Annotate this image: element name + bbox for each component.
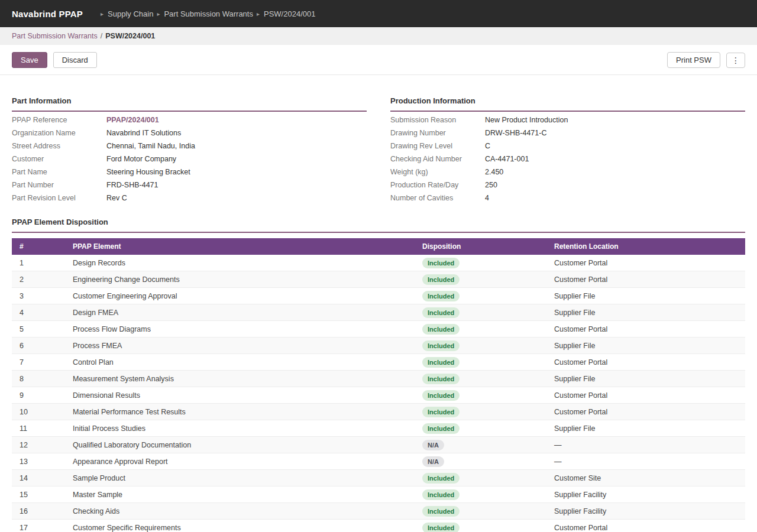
table-row[interactable]: 8 Measurement System Analysis Included S… (12, 371, 745, 387)
table-row[interactable]: 16 Checking Aids Included Supplier Facil… (12, 503, 745, 520)
field-value: New Product Introduction (485, 116, 568, 124)
production-information-section: Production Information Submission Reason… (390, 96, 745, 205)
row-number: 3 (12, 292, 65, 300)
field-label: Organization Name (12, 129, 106, 137)
field-label: Drawing Number (390, 129, 485, 137)
field-value: Ford Motor Company (106, 155, 176, 163)
ppap-element-name: Dimensional Results (65, 391, 415, 400)
breadcrumb-item[interactable]: ▸ PSW/2024/001 (257, 9, 315, 18)
table-row[interactable]: 1 Design Records Included Customer Porta… (12, 255, 745, 271)
breadcrumb-item[interactable]: ▸ Part Submission Warrants (157, 9, 253, 18)
ppap-element-name: Initial Process Studies (65, 424, 415, 433)
table-row[interactable]: 15 Master Sample Included Supplier Facil… (12, 486, 745, 503)
table-row[interactable]: 6 Process FMEA Included Supplier File (12, 338, 745, 354)
field-value: DRW-SHB-4471-C (485, 129, 546, 137)
save-button[interactable]: Save (12, 52, 47, 68)
disposition-cell: Included (415, 324, 546, 335)
field-row: Submission Reason New Product Introducti… (390, 113, 745, 126)
disposition-cell: Included (415, 407, 546, 417)
ppap-element-name: Material Performance Test Results (65, 408, 415, 416)
table-body: 1 Design Records Included Customer Porta… (12, 255, 745, 532)
field-row: Production Rate/Day 250 (390, 179, 745, 192)
field-label: Checking Aid Number (390, 155, 485, 163)
part-information-section: Part Information PPAP Reference PPAP/202… (12, 96, 367, 205)
ppap-element-name: Customer Engineering Approval (65, 292, 415, 300)
field-row: Organization Name Navabrind IT Solutions (12, 126, 367, 140)
disposition-badge: Included (422, 357, 460, 368)
retention-location: Supplier File (546, 309, 745, 317)
field-value: C (485, 142, 490, 150)
table-row[interactable]: 10 Material Performance Test Results Inc… (12, 404, 745, 420)
disposition-badge: Included (422, 489, 460, 500)
column-header-location: Retention Location (546, 242, 745, 251)
disposition-cell: Included (415, 473, 546, 484)
row-number: 13 (12, 458, 65, 466)
disposition-badge: Included (422, 258, 460, 268)
field-value: FRD-SHB-4471 (106, 181, 158, 189)
field-row: Drawing Rev Level C (390, 140, 745, 153)
ppap-element-name: Engineering Change Documents (65, 275, 415, 284)
disposition-badge: Included (422, 291, 460, 301)
column-header-element: PPAP Element (65, 242, 415, 251)
discard-button[interactable]: Discard (53, 52, 97, 68)
field-row: Part Name Steering Housing Bracket (12, 166, 367, 179)
breadcrumb-parent-link[interactable]: Part Submission Warrants (12, 32, 98, 40)
disposition-badge: Included (422, 506, 460, 517)
retention-location: Supplier File (546, 424, 745, 433)
field-row: Weight (kg) 2.450 (390, 166, 745, 179)
record-breadcrumb-bar: Part Submission Warrants / PSW/2024/001 (0, 27, 757, 45)
table-row[interactable]: 14 Sample Product Included Customer Site (12, 470, 745, 486)
more-options-kebab-icon[interactable]: ⋮ (726, 53, 745, 68)
field-value: CA-4471-001 (485, 155, 529, 163)
table-row[interactable]: 12 Qualified Laboratory Documentation N/… (12, 437, 745, 453)
table-row[interactable]: 4 Design FMEA Included Supplier File (12, 304, 745, 321)
app-title[interactable]: Navabrind PPAP (12, 9, 83, 19)
breadcrumb-label: Supply Chain (108, 9, 153, 18)
form-content: Part Information PPAP Reference PPAP/202… (0, 75, 757, 532)
disposition-cell: Included (415, 307, 546, 318)
column-header-disposition: Disposition (415, 242, 546, 251)
retention-location: Supplier File (546, 292, 745, 300)
table-row[interactable]: 17 Customer Specific Requirements Includ… (12, 520, 745, 532)
top-breadcrumb: ▸ Supply Chain ▸ Part Submission Warrant… (101, 9, 319, 18)
field-label: Part Name (12, 168, 106, 176)
field-row: Drawing Number DRW-SHB-4471-C (390, 126, 745, 140)
breadcrumb-label: PSW/2024/001 (264, 9, 315, 18)
field-label: Drawing Rev Level (390, 142, 485, 150)
retention-location: Customer Portal (546, 275, 745, 284)
field-row: Customer Ford Motor Company (12, 153, 367, 166)
table-row[interactable]: 2 Engineering Change Documents Included … (12, 271, 745, 288)
row-number: 14 (12, 474, 65, 482)
table-row[interactable]: 9 Dimensional Results Included Customer … (12, 387, 745, 404)
breadcrumb-arrow-icon: ▸ (101, 11, 103, 17)
field-label: PPAP Reference (12, 116, 106, 124)
print-psw-button[interactable]: Print PSW (667, 52, 720, 68)
table-row[interactable]: 5 Process Flow Diagrams Included Custome… (12, 321, 745, 338)
ppap-element-name: Sample Product (65, 474, 415, 482)
disposition-badge: Included (422, 274, 460, 285)
disposition-cell: Included (415, 489, 546, 500)
disposition-badge: Included (422, 423, 460, 434)
table-row[interactable]: 7 Control Plan Included Customer Portal (12, 354, 745, 371)
production-information-fields: Submission Reason New Product Introducti… (390, 113, 745, 205)
table-row[interactable]: 13 Appearance Approval Report N/A — (12, 453, 745, 470)
row-number: 8 (12, 375, 65, 383)
field-row: Part Revision Level Rev C (12, 192, 367, 205)
part-information-title: Part Information (12, 96, 367, 112)
retention-location: — (546, 458, 745, 466)
table-row[interactable]: 11 Initial Process Studies Included Supp… (12, 420, 745, 437)
part-information-fields: PPAP Reference PPAP/2024/001 Organizatio… (12, 113, 367, 205)
row-number: 17 (12, 524, 65, 532)
field-label: Street Address (12, 142, 106, 150)
field-value: 250 (485, 181, 497, 189)
ppap-disposition-table: # PPAP Element Disposition Retention Loc… (12, 238, 745, 532)
ppap-element-name: Design FMEA (65, 309, 415, 317)
table-header-row: # PPAP Element Disposition Retention Loc… (12, 238, 745, 255)
disposition-cell: Included (415, 523, 546, 532)
breadcrumb-item[interactable]: ▸ Supply Chain (101, 9, 153, 18)
disposition-badge: Included (422, 307, 460, 318)
row-number: 9 (12, 391, 65, 400)
table-row[interactable]: 3 Customer Engineering Approval Included… (12, 288, 745, 304)
field-value: PPAP/2024/001 (106, 116, 159, 124)
disposition-cell: Included (415, 506, 546, 517)
